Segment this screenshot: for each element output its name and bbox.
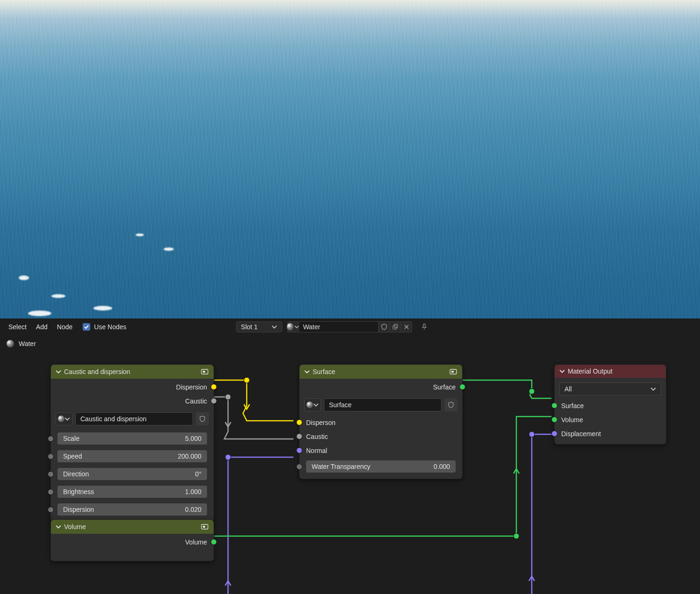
socket-label: Volume <box>561 416 583 424</box>
svg-point-3 <box>225 394 231 400</box>
close-icon <box>404 324 409 330</box>
svg-rect-11 <box>203 526 205 528</box>
node-title: Caustic and dispersion <box>64 368 198 375</box>
menu-select[interactable]: Select <box>5 321 30 332</box>
num-field-brightness[interactable]: Brightness 1.000 <box>57 486 207 498</box>
material-sphere-icon <box>287 323 293 331</box>
shield-icon <box>448 402 454 408</box>
node-header[interactable]: Caustic and dispersion <box>51 365 214 379</box>
socket-in[interactable] <box>48 489 54 495</box>
material-sphere-icon <box>7 340 14 347</box>
menu-add[interactable]: Add <box>32 321 51 332</box>
nodegroup-name[interactable]: Caustic and dispersion <box>75 412 193 425</box>
num-field-scale[interactable]: Scale 5.000 <box>57 432 207 445</box>
menu-node[interactable]: Node <box>53 321 76 332</box>
node-options-icon[interactable] <box>200 523 209 531</box>
fake-user-button[interactable] <box>379 321 390 332</box>
slot-label: Slot 1 <box>241 323 258 331</box>
nodegroup-name-text: Surface <box>329 401 351 409</box>
viewport[interactable] <box>0 0 700 318</box>
socket-in[interactable] <box>551 417 557 423</box>
node-header[interactable]: Surface <box>300 365 462 379</box>
nodegroup-icon <box>58 416 64 422</box>
socket-in[interactable] <box>296 433 302 439</box>
fake-user-button[interactable] <box>196 412 209 425</box>
field-value: 0.000 <box>434 463 450 470</box>
chevron-down-icon <box>304 369 310 375</box>
shield-icon <box>381 324 387 330</box>
specular-highlight <box>136 233 144 236</box>
field-value: 5.000 <box>185 435 201 442</box>
svg-point-4 <box>225 454 231 460</box>
duplicate-icon <box>392 324 399 330</box>
node-options-icon[interactable] <box>449 368 457 376</box>
input-direction: Direction 0° <box>51 467 214 481</box>
socket-in[interactable] <box>296 447 302 453</box>
node-surface[interactable]: Surface Surface Surface <box>299 364 463 479</box>
socket-out[interactable] <box>211 539 217 545</box>
field-label: Speed <box>63 453 82 460</box>
svg-rect-9 <box>203 371 205 373</box>
target-select[interactable]: All <box>559 382 661 396</box>
chevron-down-icon <box>559 368 565 374</box>
node-editor[interactable]: Caustic and dispersion Dispersion Causti… <box>0 352 700 592</box>
socket-in[interactable] <box>48 436 54 442</box>
node-options-icon[interactable] <box>200 368 209 376</box>
specular-highlight <box>28 311 51 316</box>
breadcrumb-material[interactable]: Water <box>19 340 36 347</box>
node-material-output[interactable]: Material Output All Surface Volume Displ… <box>554 364 666 445</box>
specular-highlight <box>51 294 65 298</box>
node-volume[interactable]: Volume Volume <box>50 519 214 561</box>
chevron-down-icon <box>64 416 70 422</box>
output-surface: Surface <box>300 382 462 393</box>
chevron-down-icon <box>271 324 277 330</box>
chevron-down-icon <box>56 524 61 530</box>
input-disperson: Disperson <box>300 417 462 428</box>
num-field-dispersion[interactable]: Dispersion 0.020 <box>57 503 207 516</box>
socket-label: Surface <box>433 383 456 391</box>
nodegroup-icon <box>307 402 313 408</box>
socket-in[interactable] <box>48 453 54 460</box>
material-name-field[interactable]: Water <box>299 321 379 332</box>
nodegroup-name[interactable]: Surface <box>324 398 442 411</box>
num-field-speed[interactable]: Speed 200.000 <box>57 450 207 462</box>
socket-out[interactable] <box>459 384 465 390</box>
material-browse-button[interactable] <box>287 321 299 332</box>
socket-out[interactable] <box>211 384 217 390</box>
specular-highlight <box>93 306 112 311</box>
svg-point-5 <box>529 389 535 394</box>
socket-in[interactable] <box>296 464 302 470</box>
socket-in[interactable] <box>48 471 54 477</box>
field-value: 200.000 <box>178 453 201 460</box>
pin-button[interactable] <box>419 321 430 332</box>
socket-in[interactable] <box>48 507 54 513</box>
svg-point-7 <box>529 431 535 437</box>
new-material-button[interactable] <box>390 321 401 332</box>
node-header[interactable]: Material Output <box>555 365 666 378</box>
fake-user-button[interactable] <box>444 398 457 411</box>
use-nodes-checkbox[interactable] <box>83 323 90 331</box>
socket-label: Disperson <box>306 419 336 426</box>
nodegroup-browse[interactable] <box>56 412 72 425</box>
num-field-water-transparency[interactable]: Water Transparency 0.000 <box>306 460 456 473</box>
input-volume: Volume <box>555 414 666 425</box>
svg-point-2 <box>244 377 250 383</box>
shield-icon <box>199 416 206 422</box>
nodegroup-name-text: Caustic and dispersion <box>80 415 147 423</box>
node-caustic-dispersion[interactable]: Caustic and dispersion Dispersion Causti… <box>50 364 214 522</box>
socket-in[interactable] <box>296 419 302 425</box>
socket-in[interactable] <box>551 403 557 409</box>
socket-in[interactable] <box>551 431 557 437</box>
slot-select[interactable]: Slot 1 <box>236 321 283 332</box>
field-value: 1.000 <box>185 488 201 495</box>
input-displacement: Displacement <box>555 428 666 439</box>
specular-highlight <box>164 248 174 251</box>
num-field-direction[interactable]: Direction 0° <box>57 468 207 480</box>
output-volume: Volume <box>51 537 214 548</box>
nodegroup-browse[interactable] <box>304 398 321 411</box>
node-header[interactable]: Volume <box>51 520 214 534</box>
node-editor-header: Select Add Node Use Nodes Slot 1 Water <box>0 318 700 335</box>
chevron-down-icon <box>313 402 319 408</box>
socket-out[interactable] <box>211 398 217 404</box>
unlink-material-button[interactable] <box>401 321 412 332</box>
